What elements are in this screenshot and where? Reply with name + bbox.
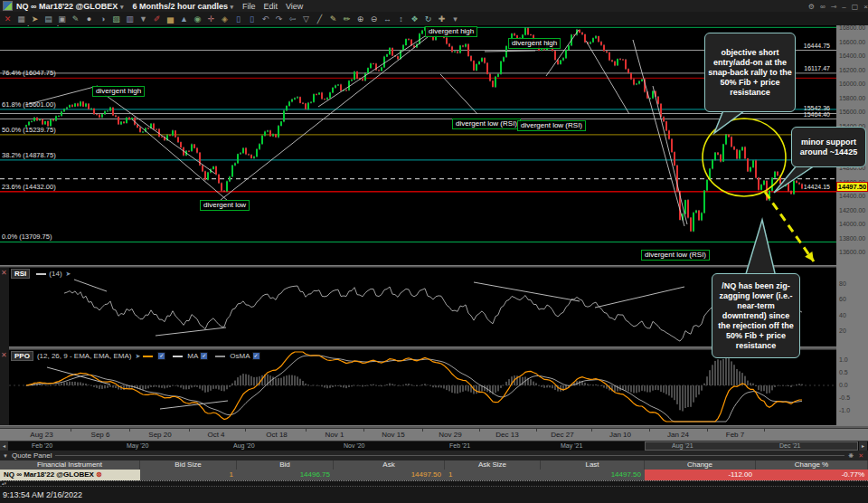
menu-edit[interactable]: Edit (263, 2, 278, 11)
restore-icon[interactable]: ▢ (852, 3, 859, 11)
ppo-legend-line-2 (215, 356, 225, 357)
flag-icon[interactable]: ✐ (151, 14, 163, 24)
funnel-icon[interactable]: ▽ (300, 14, 312, 24)
price-axis-label: 13600.00 (836, 249, 868, 255)
tools-icon[interactable]: ✚ (436, 14, 448, 24)
callout-annotation-0[interactable]: objective short entry/add-on at the snap… (704, 33, 796, 112)
ppo-title[interactable]: PPO (11, 351, 33, 361)
settings-icon[interactable]: ⚙ (808, 3, 815, 11)
undo-icon[interactable]: ↶ (259, 14, 271, 24)
refresh-icon[interactable]: ↻ (422, 14, 434, 24)
pen-icon[interactable]: ✏ (341, 14, 353, 24)
column-header-ask[interactable]: Ask (334, 460, 445, 470)
callout-annotation-1[interactable]: minor support around ~14425 (791, 127, 866, 167)
ruler-icon[interactable]: ╱ (314, 14, 326, 24)
time-axis-label: Jan 10 (609, 431, 631, 439)
time-axis-tick (189, 429, 190, 432)
menu-view[interactable]: View (286, 2, 303, 11)
minimize-icon[interactable]: – (842, 3, 845, 11)
expand-v-icon[interactable]: ↕ (395, 14, 407, 24)
settings-icon[interactable]: ❋ (848, 452, 854, 459)
divergence-label[interactable]: divergent high (425, 26, 477, 37)
link-icon[interactable]: ∞ (820, 3, 826, 11)
pencil-icon[interactable]: ✎ (327, 14, 339, 24)
divergence-label[interactable]: divergent low (RSI) (517, 120, 586, 131)
rsi-title[interactable]: RSI (11, 269, 30, 279)
pointer-icon[interactable]: ➤ (66, 270, 71, 278)
rsi-close-icon[interactable]: ✕ (1, 269, 7, 277)
menu-file[interactable]: File (242, 2, 256, 11)
pointer-icon[interactable]: ➤ (29, 14, 41, 24)
grid-icon[interactable]: ▤ (42, 14, 54, 24)
dropdown-icon[interactable]: ▼ (137, 14, 149, 24)
ppo-close-icon[interactable]: ✕ (1, 351, 7, 359)
shapes-icon[interactable]: ❖ (409, 14, 420, 24)
zoom-in-icon[interactable]: ⊕ (354, 14, 366, 24)
column-header-change-[interactable]: Change % (756, 460, 868, 470)
rsi-line-sample (36, 273, 46, 275)
target-icon[interactable]: ✛ (205, 14, 217, 24)
scrollbar-date-label: Feb '21 (449, 442, 470, 449)
expand-h-icon[interactable]: ↔ (382, 14, 393, 24)
circle-icon[interactable]: ● (83, 14, 95, 24)
divergence-label[interactable]: divergent low (RSI) (641, 250, 710, 261)
callout-annotation-2[interactable]: /NQ has been zig-zagging lower (i.e.- ne… (712, 273, 800, 358)
back-icon[interactable]: ⇦ (287, 14, 298, 24)
symbol-selector[interactable]: NQ ∞ Mar18'22 @GLOBEX ▾ (16, 2, 123, 11)
ppo-legend-checkbox[interactable]: ✓ (252, 352, 260, 360)
menu-bar: FileEditView (242, 2, 311, 11)
column-header-ask-size[interactable]: Ask Size (445, 460, 541, 470)
panel-blue-icon[interactable]: ▯ (232, 14, 244, 24)
time-axis-label: Feb 7 (726, 431, 744, 439)
panel-separator[interactable] (0, 265, 868, 268)
brush-icon[interactable]: ✎ (70, 14, 81, 24)
time-axis[interactable]: Aug 23Sep 6Sep 20Oct 4Oct 18Nov 1Nov 15N… (0, 429, 868, 441)
column-header-bid[interactable]: Bid (237, 460, 334, 470)
globe-icon[interactable]: ◉ (192, 14, 203, 24)
close-chart-icon[interactable]: ✕ (2, 14, 14, 24)
pin-icon[interactable]: ⊸ (831, 3, 837, 11)
printer-icon[interactable]: ▣ (56, 14, 68, 24)
area-chart-icon[interactable]: ▲ (178, 14, 190, 24)
layout-grid-icon[interactable]: ▥ (124, 14, 136, 24)
divergence-label[interactable]: divergent high (92, 86, 145, 97)
redo-icon[interactable]: ↷ (273, 14, 285, 24)
divergence-label[interactable]: divergent low (200, 200, 250, 211)
close-icon[interactable]: × (863, 3, 868, 11)
ppo-axis-label: 0.0 (836, 382, 868, 388)
quote-panel-header: ▼ Quote Panel ❋✕ (0, 451, 868, 460)
ppo-legend-checkbox[interactable]: ✓ (157, 352, 165, 360)
scrollbar-date-label: Dec '21 (779, 442, 801, 449)
panes-icon[interactable]: ▦ (15, 14, 27, 24)
quote-table-row[interactable]: NQ ∞ Mar18'22 @GLOBEX ⊗114496.7514497.50… (0, 470, 868, 480)
scrollbar-right-arrow[interactable]: ▸ (859, 441, 867, 451)
close-icon[interactable]: ✕ (858, 452, 863, 459)
app-icon (3, 1, 13, 11)
price-axis[interactable]: 16800.0016600.0016400.0016200.0016000.00… (836, 25, 868, 425)
row-scroller-icons[interactable]: ▴▾ (2, 480, 6, 486)
column-header-financial-instrument[interactable]: Financial Instrument (0, 460, 140, 470)
scrollbar-left-arrow[interactable]: ◂ (0, 441, 8, 451)
time-axis-label: Oct 18 (266, 431, 288, 439)
column-header-change[interactable]: Change (645, 460, 756, 470)
divergence-label[interactable]: divergent high (508, 38, 561, 49)
ppo-legend-checkbox[interactable]: ✓ (200, 352, 208, 360)
panel-blue2-icon[interactable]: ▯ (246, 14, 258, 24)
column-header-bid-size[interactable]: Bid Size (140, 460, 237, 470)
layout-icon[interactable]: ▨ (110, 14, 122, 24)
period-selector[interactable]: 6 Months/2 hour candles ▾ (132, 2, 233, 11)
collapse-icon[interactable]: ▼ (3, 453, 8, 459)
bar-chart-icon[interactable]: ▅ (165, 14, 176, 24)
time-axis-label: Nov 1 (326, 431, 344, 439)
quote-table-scroller[interactable]: ▴▾ (0, 480, 868, 487)
rsi-axis-label: 40 (836, 312, 868, 318)
more-icon[interactable]: ▾ (449, 14, 461, 24)
chart-scrollbar[interactable]: Feb '20May '20Aug '20Nov '20Feb '21May '… (0, 441, 868, 451)
compass-icon[interactable]: ◈ (219, 14, 231, 24)
column-header-last[interactable]: Last (541, 460, 645, 470)
divergence-label[interactable]: divergent low (RSI) (452, 119, 521, 129)
zoom-out-icon[interactable]: ⊖ (368, 14, 380, 24)
image-icon[interactable]: ◑ (97, 14, 108, 24)
instrument-cell: NQ ∞ Mar18'22 @GLOBEX ⊗ (0, 470, 140, 480)
time-axis-tick (536, 429, 537, 432)
